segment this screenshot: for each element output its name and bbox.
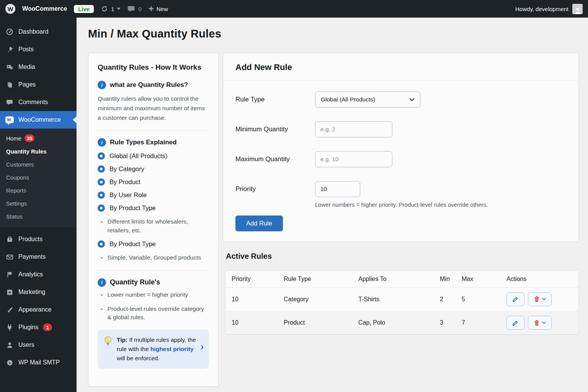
submenu-item-label: Coupons bbox=[6, 174, 29, 181]
paintbrush-icon bbox=[5, 306, 14, 314]
wp-mail-smtp-icon bbox=[5, 359, 14, 366]
sidebar-item-users[interactable]: Users bbox=[0, 336, 77, 354]
sidebar-item-media[interactable]: Media bbox=[0, 58, 77, 76]
info-icon: i bbox=[98, 81, 106, 89]
submenu-item-customers[interactable]: Customers bbox=[0, 158, 77, 171]
sidebar-item-label: Pages bbox=[18, 81, 36, 88]
sidebar-item-marketing[interactable]: Marketing bbox=[0, 283, 77, 301]
submenu-item-reports[interactable]: Reports bbox=[0, 184, 77, 197]
comment-count: 0 bbox=[138, 6, 141, 12]
priority-note: • Product-level rules override category … bbox=[101, 305, 209, 322]
submenu-item-label: Status bbox=[6, 213, 23, 220]
bullet-icon: • bbox=[101, 305, 103, 322]
cell-priority: 10 bbox=[225, 296, 284, 303]
column-header: Rule Type bbox=[284, 276, 358, 283]
edit-rule-button[interactable] bbox=[506, 292, 524, 306]
lightbulb-icon bbox=[103, 335, 113, 347]
sidebar-item-pages[interactable]: Pages bbox=[0, 76, 77, 93]
submenu-item-home[interactable]: Home 35 bbox=[0, 132, 77, 145]
sidebar-item-analytics[interactable]: Analytics bbox=[0, 266, 77, 283]
woocommerce-icon bbox=[5, 116, 14, 123]
sidebar-item-plugins[interactable]: Plugins 1 bbox=[0, 318, 77, 336]
divider bbox=[98, 270, 209, 271]
sidebar-item-payments[interactable]: Payments bbox=[0, 248, 77, 266]
admin-topbar: W WooCommerce Live 1 0 bbox=[0, 0, 588, 18]
min-quantity-input[interactable] bbox=[315, 121, 392, 137]
section-heading: Quantity Rule's bbox=[110, 278, 160, 286]
radio-dot-icon bbox=[98, 240, 105, 248]
page-title: Min / Max Quantity Rules bbox=[88, 28, 221, 40]
delete-rule-button[interactable] bbox=[528, 292, 552, 306]
sidebar-item-comments[interactable]: Comments bbox=[0, 93, 77, 111]
sidebar-item-label: Appearance bbox=[18, 306, 51, 313]
radio-dot-icon bbox=[98, 178, 105, 186]
trash-icon bbox=[534, 320, 540, 326]
min-quantity-field-label: Minimum Quantity bbox=[235, 126, 315, 133]
submenu-item-settings[interactable]: Settings bbox=[0, 197, 77, 210]
analytics-flag-icon bbox=[5, 271, 14, 278]
dashboard-gauge-icon bbox=[5, 28, 14, 36]
chevron-down-icon bbox=[542, 298, 546, 301]
bullet-icon: • bbox=[101, 291, 103, 299]
edit-rule-button[interactable] bbox=[506, 316, 524, 330]
max-quantity-field-label: Maximum Quantity bbox=[235, 155, 315, 163]
info-icon: i bbox=[98, 138, 106, 147]
sidebar-item-wp-mail-smtp[interactable]: WP Mail SMTP bbox=[0, 354, 77, 371]
sidebar-item-label: Posts bbox=[18, 46, 34, 53]
tip-box: Tip: If multiple rules apply, the rule w… bbox=[98, 330, 209, 369]
cell-max: 7 bbox=[462, 319, 506, 326]
column-header: Max bbox=[462, 276, 506, 283]
section-body: Quantity rulers allow you to control the… bbox=[98, 94, 209, 122]
live-badge: Live bbox=[74, 5, 94, 13]
tip-text-2: will be enforced. bbox=[117, 355, 160, 361]
radio-dot-icon bbox=[98, 204, 105, 212]
cell-priority: 10 bbox=[225, 319, 284, 326]
chevron-down-icon bbox=[117, 8, 121, 10]
sidebar-item-label: Media bbox=[18, 64, 35, 70]
priority-field-label: Priority bbox=[235, 185, 315, 193]
plugin-icon bbox=[5, 324, 14, 331]
sidebar-item-posts[interactable]: Posts bbox=[0, 41, 77, 58]
add-rule-title: Add New Rule bbox=[235, 62, 566, 72]
sidebar-item-label: WP Mail SMTP bbox=[18, 359, 60, 366]
account-menu[interactable]: Howdy, development bbox=[515, 4, 588, 14]
rule-type-select[interactable]: Global (All Products) bbox=[315, 91, 420, 108]
section-heading: what are Quantity Rules? bbox=[110, 81, 188, 89]
radio-dot-icon bbox=[98, 165, 105, 173]
wordpress-logo-icon[interactable]: W bbox=[5, 4, 15, 14]
sidebar-item-appearance[interactable]: Appearance bbox=[0, 301, 77, 318]
column-header: Applies To bbox=[358, 276, 440, 283]
trash-icon bbox=[534, 296, 540, 302]
site-name-link[interactable]: WooCommerce bbox=[22, 5, 67, 12]
cell-rule-type: Product bbox=[284, 319, 358, 326]
submenu-item-quantity-rules[interactable]: Quantity Rules bbox=[0, 145, 77, 158]
new-label: New bbox=[157, 6, 168, 12]
cell-min: 2 bbox=[440, 296, 462, 303]
sidebar-item-label: WooCommerce bbox=[18, 116, 61, 123]
rule-type-item: By User Role bbox=[98, 191, 209, 199]
priority-input[interactable] bbox=[315, 181, 360, 197]
woocommerce-submenu: Home 35 Quantity Rules Customers Coupons… bbox=[0, 129, 77, 227]
submenu-item-status[interactable]: Status bbox=[0, 210, 77, 223]
rule-type-item: By Product Type bbox=[98, 204, 209, 212]
column-header: Priority bbox=[225, 276, 284, 283]
submenu-item-coupons[interactable]: Coupons bbox=[0, 171, 77, 184]
updates-button[interactable]: 1 bbox=[101, 5, 121, 13]
speech-bubble-icon bbox=[5, 99, 14, 106]
add-rule-button[interactable]: Add Rule bbox=[235, 216, 283, 231]
chevron-right-icon[interactable]: › bbox=[201, 342, 204, 351]
active-rules-table: Priority Rule Type Applies To Min Max Ac… bbox=[225, 270, 579, 335]
max-quantity-input[interactable] bbox=[315, 151, 392, 167]
comments-button[interactable]: 0 bbox=[127, 5, 141, 13]
table-row: 10 Category T-Shirts 2 5 bbox=[225, 287, 578, 311]
rule-type-selected-value: Global (All Products) bbox=[321, 96, 375, 103]
rule-type-note: • Different limits for wholesalers, reta… bbox=[101, 217, 209, 235]
sidebar-item-woocommerce[interactable]: WooCommerce bbox=[0, 111, 77, 129]
new-button[interactable]: + New bbox=[149, 5, 168, 13]
how-it-works-panel: Quantity Rules - How It Works i what are… bbox=[88, 53, 219, 387]
rule-type-label: By Category bbox=[109, 165, 144, 173]
sidebar-item-products[interactable]: Products bbox=[0, 230, 77, 248]
sidebar-item-dashboard[interactable]: Dashboard bbox=[0, 23, 77, 41]
delete-rule-button[interactable] bbox=[528, 316, 552, 330]
media-photos-icon bbox=[5, 64, 14, 71]
